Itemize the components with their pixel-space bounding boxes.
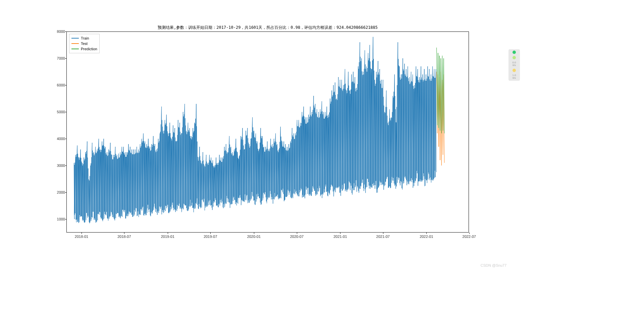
- x-tick-label: 2020-01: [247, 235, 261, 239]
- x-tick-mark: [340, 233, 340, 234]
- y-tick-mark: [65, 112, 66, 112]
- status-dot-green: [513, 51, 516, 54]
- y-tick-label: 7000: [45, 56, 65, 60]
- y-tick-mark: [65, 139, 66, 139]
- watermark: CSDN @Snu77: [481, 263, 506, 267]
- status-dot-yellow: [513, 69, 516, 72]
- x-tick-mark: [469, 233, 470, 234]
- y-tick-mark: [65, 219, 66, 219]
- x-tick-mark: [168, 233, 168, 234]
- y-tick-label: 3000: [45, 164, 65, 168]
- legend-row-train: Train: [71, 36, 97, 41]
- y-tick-mark: [65, 85, 66, 85]
- x-tick-mark: [210, 233, 211, 234]
- x-tick-mark: [297, 233, 297, 234]
- y-tick-mark: [65, 192, 66, 193]
- x-tick-mark: [383, 233, 383, 234]
- legend-label-train: Train: [81, 36, 89, 40]
- x-tick-mark: [254, 233, 254, 234]
- x-tick-label: 2021-07: [376, 235, 390, 239]
- y-tick-mark: [65, 166, 66, 166]
- y-tick-label: 4000: [45, 137, 65, 141]
- x-tick-label: 2022-01: [420, 235, 433, 239]
- x-tick-label: 2021-01: [333, 235, 347, 239]
- x-tick-label: 2019-07: [204, 235, 217, 239]
- y-tick-mark: [65, 31, 66, 32]
- x-tick-mark: [426, 233, 427, 234]
- sidebar-label-0: 0.0it/s: [512, 61, 516, 67]
- chart-title: 预测结果,参数：训练开始日期：2017-10-29，共1601天，所占百分比：0…: [66, 25, 469, 30]
- sidebar-label-1: 1.0it/s: [512, 74, 516, 79]
- x-tick-label: 2019-01: [161, 235, 174, 239]
- x-tick-label: 2022-07: [463, 235, 476, 239]
- progress-sidebar: 0.0it/s 1.0it/s: [508, 49, 520, 81]
- y-tick-mark: [65, 58, 66, 59]
- legend-swatch-prediction: [71, 49, 79, 49]
- y-tick-label: 5000: [45, 110, 65, 114]
- y-tick-label: 2000: [45, 190, 65, 194]
- x-tick-mark: [82, 233, 82, 234]
- y-tick-label: 8000: [45, 29, 65, 34]
- legend-label-prediction: Prediction: [81, 47, 97, 51]
- x-tick-label: 2018-01: [75, 235, 88, 239]
- legend-swatch-test: [71, 43, 79, 44]
- status-dot-lightgreen: [513, 56, 516, 59]
- legend-row-test: Test: [71, 41, 97, 46]
- legend: Train Test Prediction: [69, 34, 100, 53]
- x-tick-label: 2018-07: [117, 235, 131, 239]
- y-tick-label: 6000: [45, 83, 65, 87]
- x-tick-label: 2020-07: [290, 235, 304, 239]
- legend-swatch-train: [71, 38, 79, 39]
- legend-label-test: Test: [81, 42, 88, 46]
- y-tick-label: 1000: [45, 217, 65, 221]
- x-tick-mark: [124, 233, 124, 234]
- legend-row-prediction: Prediction: [71, 46, 97, 52]
- chart-svg: [66, 31, 469, 233]
